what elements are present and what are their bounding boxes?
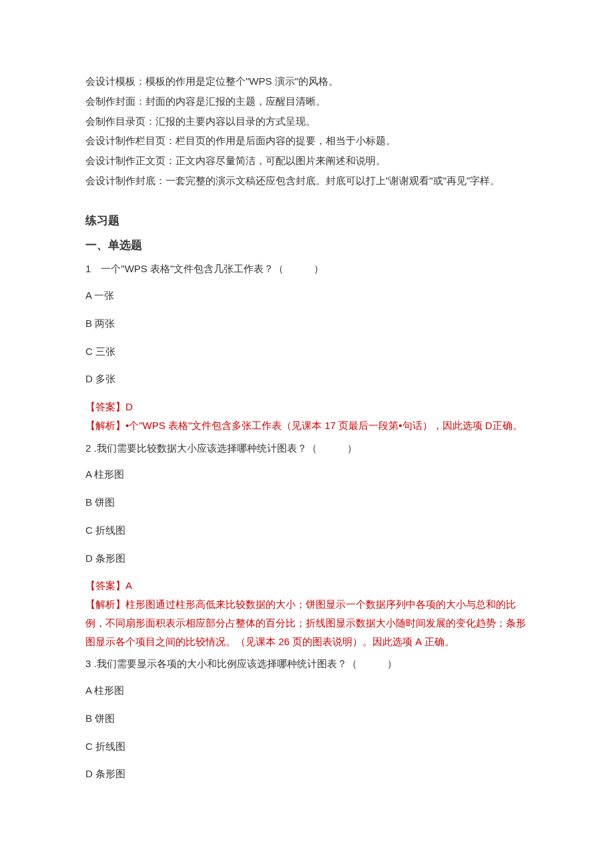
option-d: D 条形图 xyxy=(85,549,529,568)
answer-explanation: 【解析】柱形图通过柱形高低来比较数据的大小；饼图显示一个数据序列中各项的大小与总… xyxy=(85,595,529,650)
question-stem: 3 .我们需要显示各项的大小和比例应该选择哪种统计图表？（ ） xyxy=(85,655,529,673)
answer-explanation: 【解析】•个"WPS 表格"文件包含多张工作表（见课本 17 页最后一段第•句话… xyxy=(85,416,529,435)
exercises-heading: 练习题 xyxy=(85,210,529,231)
option-a: A 柱形图 xyxy=(85,465,529,484)
intro-line: 会制作封面：封面的内容是汇报的主题，应醒目清晰。 xyxy=(85,92,529,111)
option-a: A 一张 xyxy=(85,286,529,305)
option-d: D 条形图 xyxy=(85,765,529,783)
answer-block: 【答案】D 【解析】•个"WPS 表格"文件包含多张工作表（见课本 17 页最后… xyxy=(85,398,529,435)
intro-line: 会制作目录页：汇报的主要内容以目录的方式呈现。 xyxy=(85,112,529,131)
question-stem: 1 一个"WPS 表格"文件包含几张工作表？（ ） xyxy=(85,260,529,278)
option-a: A 柱形图 xyxy=(85,681,529,700)
intro-line: 会设计制作栏目页：栏目页的作用是后面内容的提要，相当于小标题。 xyxy=(85,131,529,150)
option-c: C 折线图 xyxy=(85,737,529,756)
intro-line: 会设计制作封底：一套完整的演示文稿还应包含封底。封底可以打上"谢谢观看"或"再见… xyxy=(85,171,529,190)
answer-label: 【答案】D xyxy=(85,398,529,416)
intro-line: 会设计制作正文页：正文内容尽量简洁，可配以图片来阐述和说明。 xyxy=(85,151,529,170)
option-c: C 三张 xyxy=(85,342,529,361)
option-b: B 饼图 xyxy=(85,709,529,728)
single-choice-heading: 一、单选题 xyxy=(85,235,529,256)
answer-block: 【答案】A 【解析】柱形图通过柱形高低来比较数据的大小；饼图显示一个数据序列中各… xyxy=(85,576,529,650)
option-d: D 多张 xyxy=(85,370,529,388)
answer-label: 【答案】A xyxy=(85,576,529,595)
option-b: B 饼图 xyxy=(85,493,529,512)
option-c: C 折线图 xyxy=(85,521,529,540)
intro-block: 会设计模板：模板的作用是定位整个"WPS 演示"的风格。 会制作封面：封面的内容… xyxy=(85,72,529,190)
intro-line: 会设计模板：模板的作用是定位整个"WPS 演示"的风格。 xyxy=(85,72,529,91)
option-b: B 两张 xyxy=(85,314,529,333)
question-stem: 2 .我们需要比较数据大小应该选择哪种统计图表？（ ） xyxy=(85,439,529,458)
